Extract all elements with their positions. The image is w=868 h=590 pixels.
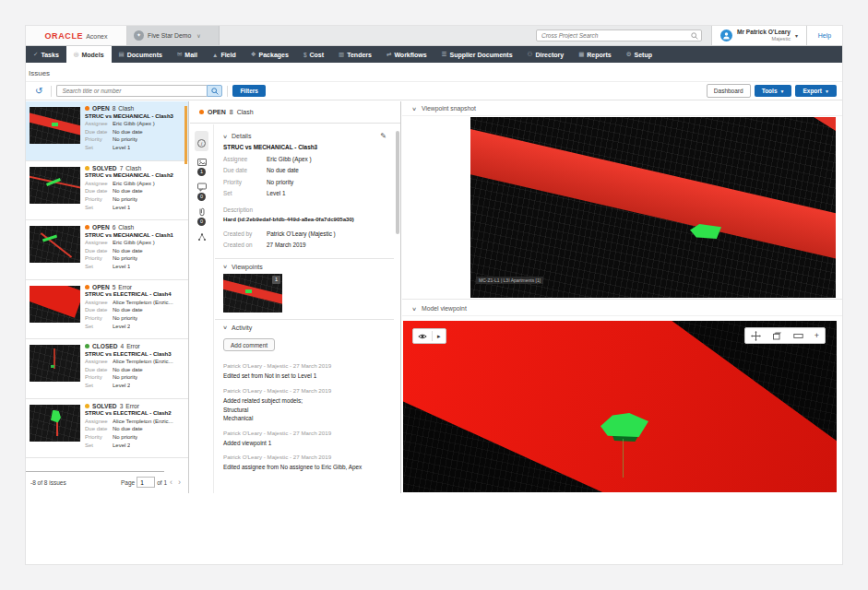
list-scrollbar[interactable] [184,106,187,164]
search-icon[interactable] [691,32,698,40]
issue-search-input[interactable] [56,85,207,97]
tab-mail[interactable]: ✉Mail [170,46,205,63]
issue-list-item[interactable]: SOLVED7Clash STRUC vs MECHANICAL - Clash… [26,161,188,221]
comments-count-badge: 0 [197,193,206,201]
tab-tasks[interactable]: ✓Tasks [26,46,66,63]
scene-label: MC-Z1-L1 | L3I Apartments [1] [476,277,543,284]
activity-text: Edited assignee from No assignee to Eric… [223,463,386,472]
eye-button[interactable] [413,333,432,340]
chevron-down-icon[interactable]: ∨ [222,324,228,330]
tenders-icon: ▥ [339,51,344,58]
rail-info[interactable]: i [195,131,208,151]
detail-due: No due date [267,165,299,176]
issue-list-item[interactable]: CLOSED4Error STRUC vs ELECTRICAL - Clash… [26,339,188,399]
utility-bar: ORACLE Aconex ✦ Five Star Demo ∨ Mr Patr… [26,26,842,46]
add-comment-button[interactable]: Add comment [223,338,275,351]
issue-list-item[interactable]: OPEN5Error STRUC vs ELECTRICAL - Clash4 … [26,280,188,340]
user-menu[interactable]: Mr Patrick O'Leary Majestic ▾ [711,26,807,45]
cross-project-search-input[interactable] [536,30,702,41]
filters-button[interactable]: Filters [232,85,266,97]
reports-icon: ▦ [578,51,584,58]
tab-tenders[interactable]: ▥Tenders [331,46,379,63]
rail-comments[interactable]: 0 [197,183,207,201]
issue-number: 4 [120,343,124,349]
help-link[interactable]: Help [807,26,842,45]
chevron-down-icon: ▼ [825,88,829,94]
zoom-in-button[interactable]: + [809,331,825,340]
issue-list-item[interactable]: SOLVED3Error STRUC vs ELECTRICAL - Clash… [26,399,188,459]
pan-button[interactable] [745,331,767,341]
chevron-down-icon[interactable]: ∨ [222,264,228,269]
divider [26,471,164,472]
detail-scrollbar[interactable] [396,131,399,234]
issue-list-item[interactable]: OPEN6Clash STRUC vs MECHANICAL - Clash1 … [26,220,188,280]
models-icon: ◎ [74,51,79,58]
packages-icon: ❖ [251,51,256,58]
tab-field[interactable]: ▲Field [205,46,244,63]
rail-related-models[interactable] [197,232,207,242]
issue-thumbnail [30,226,80,263]
divider [227,86,228,97]
tab-setup[interactable]: ⚙Setup [619,46,660,63]
detail-title: STRUC vs MECHANICAL - Clash3 [223,144,386,150]
workflows-icon: ⇄ [386,51,391,58]
activity-meta: Patrick O'Leary - Majestic - 27 March 20… [223,454,386,460]
chevron-down-icon[interactable]: ∨ [222,134,228,139]
green-guide-line [623,439,624,478]
refresh-icon[interactable]: ↺ [35,87,42,96]
mail-icon: ✉ [177,51,182,58]
issue-summary: OPEN8Clash STRUC vs MECHANICAL - Clash3 … [85,105,183,159]
issue-set: Level 2 [113,442,130,450]
measure-button[interactable] [788,333,809,339]
viewpoints-count-badge: 1 [197,168,206,176]
chevron-down-icon[interactable]: ∨ [411,306,417,312]
issue-thumbnail [30,167,80,204]
issue-list-item[interactable]: OPEN8Clash STRUC vs MECHANICAL - Clash3 … [26,101,188,161]
tab-supplier-documents[interactable]: ☰Supplier Documents [434,46,520,63]
issue-due: No due date [113,306,143,314]
tab-workflows[interactable]: ⇄Workflows [379,46,434,63]
tab-packages[interactable]: ❖Packages [244,46,296,63]
detail-status: OPEN [208,109,226,115]
section-button[interactable] [767,331,788,341]
issue-thumbnail [30,345,80,382]
viewpoint-thumbnail[interactable]: 1 [223,274,282,313]
tab-directory[interactable]: ⚇Directory [520,46,572,63]
page-input[interactable] [137,477,155,488]
issue-title: STRUC vs MECHANICAL - Clash3 [85,113,183,119]
tools-button[interactable]: Tools▼ [755,85,792,97]
chevron-down-icon[interactable]: ∨ [411,106,417,112]
tab-cost[interactable]: $Cost [296,46,331,63]
status-dot [85,404,89,408]
issue-status: CLOSED [92,343,117,349]
issue-summary: SOLVED3Error STRUC vs ELECTRICAL - Clash… [85,403,183,456]
field-icon: ▲ [212,52,218,58]
next-page-icon[interactable]: › [175,478,184,487]
tab-documents[interactable]: ▤Documents [112,46,170,63]
detail-set: Level 1 [267,188,286,199]
rail-attachments[interactable]: 0 [197,207,207,226]
tab-models[interactable]: ◎Models [66,46,112,63]
prev-page-icon[interactable]: ‹ [167,478,175,487]
model-viewport[interactable]: ▸ + [403,321,837,492]
dashboard-button[interactable]: Dashboard [707,84,751,98]
tab-reports[interactable]: ▦Reports [571,46,619,63]
expand-button[interactable]: ▸ [433,333,446,340]
created-by-value: Patrick O'Leary (Majestic ) [267,229,336,240]
project-selector[interactable]: ✦ Five Star Demo ∨ [127,26,220,45]
viewpoint-snapshot-image: MC-Z1-L1 | L3I Apartments [1] [470,117,836,298]
oracle-wordmark: ORACLE [45,31,84,41]
search-button[interactable] [207,85,222,97]
issue-assignee: Alice Templeton (Enzic... [113,299,173,307]
activity-text: Added viewpoint 1 [223,439,386,448]
issue-summary: OPEN5Error STRUC vs ELECTRICAL - Clash4 … [85,284,183,337]
issue-status: SOLVED [92,165,117,171]
rail-viewpoints[interactable]: 1 [197,158,207,176]
model-viewpoint-header: ∨ Model viewpoint [402,301,842,316]
divider [215,258,394,259]
issue-detail-panel: OPEN 8 Clash i 1 0 0 [190,101,401,493]
issue-priority: No priority [113,254,137,263]
user-name: Mr Patrick O'Leary [737,29,791,36]
export-button[interactable]: Export▼ [795,85,837,97]
edit-icon[interactable]: ✎ [380,132,386,140]
